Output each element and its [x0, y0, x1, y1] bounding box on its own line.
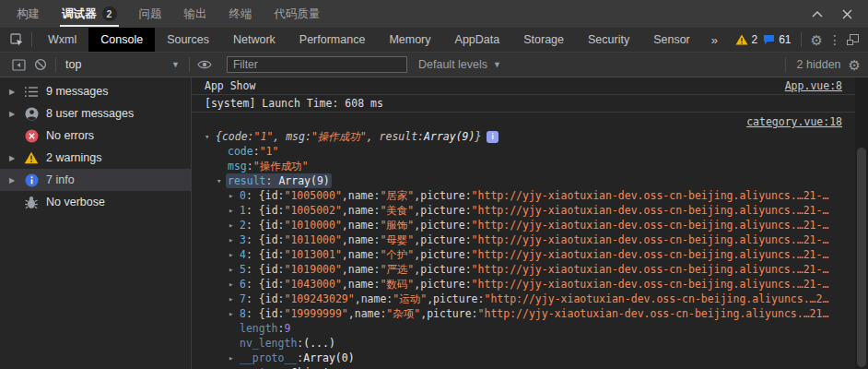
collapse-panel-button[interactable] [807, 4, 827, 24]
property-name: name [355, 306, 381, 321]
info-badge-icon[interactable]: i [487, 131, 499, 143]
devtools-tab-wxml[interactable]: Wxml [36, 28, 88, 52]
divider [31, 32, 32, 47]
titlebar-tab[interactable]: 调试器2 [51, 0, 128, 28]
sidebar-filter-info[interactable]: ▶7 info [0, 169, 191, 191]
vertical-scrollbar[interactable] [855, 77, 868, 369]
sidebar-filter-error[interactable]: No errors [0, 125, 191, 147]
disclosure-triangle-icon[interactable]: ▸ [217, 365, 228, 369]
disclosure-triangle-icon[interactable]: ▸ [229, 262, 240, 277]
sidebar-filter-user[interactable]: ▶8 user messages [0, 102, 191, 125]
tree-text: : [278, 232, 285, 247]
property-name: picture [420, 247, 464, 262]
message-count[interactable]: 61 [763, 33, 791, 46]
titlebar-tab[interactable]: 代码质量 [264, 0, 332, 28]
tree-text: : [253, 144, 260, 159]
expand-arrow-icon[interactable]: ▶ [6, 110, 18, 118]
selected-property-highlight[interactable]: result: Array(9) [226, 173, 332, 188]
inspect-element-icon[interactable] [6, 30, 28, 50]
disclosure-triangle-icon[interactable]: ▸ [229, 218, 240, 232]
disclosure-triangle-icon[interactable]: ▾ [205, 129, 216, 144]
disclosure-triangle-icon[interactable]: ▸ [229, 292, 240, 306]
clear-console-icon[interactable] [29, 54, 52, 75]
titlebar-tab[interactable]: 问题 [128, 0, 173, 28]
sidebar-filter-list[interactable]: ▶9 messages [0, 80, 191, 102]
property-value: "1005002" [285, 203, 342, 218]
filter-input[interactable] [227, 56, 407, 73]
frame-context-select[interactable]: top ▼ [62, 58, 183, 71]
source-link[interactable]: category.vue:18 [746, 115, 842, 128]
disclosure-triangle-icon[interactable]: ▸ [229, 306, 240, 321]
disclosure-triangle-icon[interactable]: ▸ [229, 277, 240, 292]
property-name: name [361, 292, 387, 306]
message-text: [system] Launch Time: 608 ms [205, 97, 383, 110]
property-value: "1019000" [285, 262, 342, 277]
devtools-tab-appdata[interactable]: AppData [443, 28, 512, 52]
disclosure-triangle-icon[interactable]: ▸ [229, 188, 240, 203]
more-tabs-icon[interactable]: » [702, 33, 727, 47]
disclosure-triangle-icon[interactable]: ▸ [229, 232, 240, 247]
tree-text: , [342, 203, 348, 218]
devtools-tab-performance[interactable]: Performance [287, 28, 378, 52]
property-value: "1043000" [285, 277, 342, 292]
eye-icon[interactable] [194, 54, 216, 75]
tree-text: , [414, 247, 420, 262]
frame-context-value: top [65, 58, 81, 71]
disclosure-triangle-icon[interactable]: ▸ [229, 351, 240, 365]
settings-gear-icon[interactable]: ⚙ [811, 33, 823, 47]
console-messages: App Show App.vue:8 [system] Launch Time:… [192, 77, 855, 369]
console-settings-gear-icon[interactable]: ⚙ [849, 58, 861, 72]
titlebar-tab[interactable]: 构建 [6, 0, 51, 28]
tree-text: , [342, 218, 348, 232]
object-tree: ▾{code: "1", msg: "操作成功", result: Array(… [192, 129, 855, 369]
log-levels-select[interactable]: Default levels ▼ [418, 58, 501, 71]
tree-text: , [342, 247, 348, 262]
console-output: App Show App.vue:8 [system] Launch Time:… [192, 77, 868, 369]
console-toolbar: top ▼ Default levels ▼ 2 hidden ⚙ [0, 53, 868, 77]
expand-arrow-icon[interactable]: ▶ [6, 154, 18, 162]
console-tree-row: ▸1: {id: "1005002", name: "美食", picture:… [192, 203, 855, 218]
property-name: name [348, 262, 374, 277]
close-icon[interactable] [837, 4, 857, 24]
tree-text: : { [246, 247, 265, 262]
info-icon [24, 173, 39, 187]
undock-icon[interactable] [847, 34, 859, 45]
titlebar-tab[interactable]: 终端 [218, 0, 264, 28]
disclosure-triangle-icon[interactable]: ▸ [229, 247, 240, 262]
devtools-tab-memory[interactable]: Memory [377, 28, 442, 52]
property-name: picture [420, 232, 464, 247]
property-value: "杂项" [386, 306, 420, 321]
devtools-tab-console[interactable]: Console [88, 28, 155, 52]
warning-count[interactable]: 2 [735, 33, 758, 46]
devtools-tab-security[interactable]: Security [576, 28, 641, 52]
titlebar-tab[interactable]: 输出 [173, 0, 218, 28]
devtools-tab-storage[interactable]: Storage [511, 28, 576, 52]
console-message: App Show App.vue:8 [192, 77, 855, 95]
expand-arrow-icon[interactable]: ▶ [6, 88, 18, 96]
titlebar-tab-label: 代码质量 [275, 6, 321, 22]
scrollbar-thumb[interactable] [857, 148, 866, 367]
chevron-down-icon: ▼ [493, 60, 501, 69]
property-name: id [265, 306, 278, 321]
tree-text: : [297, 336, 303, 351]
kebab-menu-icon[interactable]: ⋮ [828, 33, 841, 46]
titlebar-tab-label: 调试器 [62, 6, 97, 22]
sidebar-filter-warning[interactable]: ▶2 warnings [0, 147, 191, 169]
devtools-tab-sources[interactable]: Sources [155, 28, 221, 52]
devtools-tab-network[interactable]: Network [221, 28, 287, 52]
source-link[interactable]: App.vue:8 [785, 79, 842, 92]
sidebar-filter-verbose[interactable]: No verbose [0, 191, 191, 213]
tree-text: (...) [303, 336, 335, 351]
sidebar-filter-label: No errors [46, 129, 94, 142]
divider [55, 57, 56, 72]
tree-text: , [414, 262, 420, 277]
property-value: "http://yjy-xiaotuxian-dev.oss-cn-beijin… [472, 218, 829, 232]
hidden-messages-label[interactable]: 2 hidden [797, 58, 841, 71]
sidebar-toggle-icon[interactable] [7, 54, 29, 75]
devtools-tab-sensor[interactable]: Sensor [641, 28, 702, 52]
property-value: "严选" [380, 262, 414, 277]
property-value: "http://yjy-xiaotuxian-dev.oss-cn-beijin… [472, 203, 829, 218]
expand-arrow-icon[interactable]: ▶ [6, 176, 18, 184]
disclosure-triangle-icon[interactable]: ▸ [229, 203, 240, 218]
tree-text: : [278, 292, 285, 306]
